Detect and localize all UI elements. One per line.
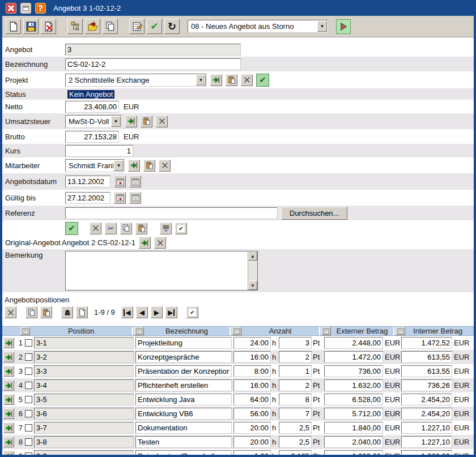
position-input[interactable] [34, 379, 134, 391]
position-input[interactable] [34, 450, 134, 457]
position-input[interactable] [34, 408, 134, 420]
external-amount-input[interactable] [324, 365, 383, 377]
gueltig-bis-input[interactable] [65, 192, 110, 204]
bezeichnung-input[interactable] [135, 365, 232, 377]
bezeichnung-input[interactable] [135, 436, 232, 448]
hours-input[interactable] [233, 379, 271, 391]
row-checkbox[interactable] [25, 396, 32, 403]
paste-icon[interactable] [141, 116, 152, 127]
kurs-input[interactable] [65, 145, 133, 157]
position-input[interactable] [34, 436, 134, 448]
bezeichnung-input[interactable] [135, 379, 232, 391]
bezeichnung-input[interactable] [135, 394, 232, 405]
internal-amount-input[interactable] [401, 422, 452, 434]
save-button[interactable] [23, 19, 39, 34]
bezeichnung-input[interactable] [65, 58, 241, 70]
cut-icon[interactable]: ✂ [105, 223, 117, 234]
angebot-input[interactable] [65, 44, 241, 55]
bemerkung-text[interactable] [66, 251, 248, 290]
clear-icon[interactable] [241, 74, 253, 86]
confirm-icon[interactable]: ✔ [147, 19, 162, 34]
projekt-dropdown[interactable]: 2 Schnittstelle Exchange ▼ [65, 74, 207, 87]
confirm-reference-button[interactable]: ✔ [65, 222, 78, 235]
delete-button[interactable] [41, 19, 56, 34]
goto-position-icon[interactable] [3, 408, 14, 419]
bemerkung-textarea[interactable]: ▲ ▼ [65, 251, 258, 291]
column-header-externer-betrag[interactable]: Externer Betrag [320, 327, 394, 335]
new-position-icon[interactable] [76, 306, 88, 318]
hierarchy-icon[interactable] [67, 19, 83, 34]
row-checkbox[interactable] [25, 438, 32, 446]
goto-project-icon[interactable] [210, 74, 222, 86]
persondays-input[interactable] [279, 450, 312, 457]
external-amount-input[interactable] [324, 379, 383, 391]
external-amount-input[interactable] [324, 436, 383, 448]
persondays-input[interactable] [279, 436, 312, 448]
bezeichnung-input[interactable] [135, 422, 232, 434]
chevron-down-icon[interactable]: ▼ [114, 160, 124, 171]
first-page-icon[interactable]: ◀ [121, 306, 133, 318]
position-input[interactable] [34, 337, 134, 349]
hours-input[interactable] [233, 351, 271, 363]
persondays-input[interactable] [279, 408, 312, 420]
paste-icon[interactable] [226, 74, 237, 86]
search-icon[interactable] [61, 306, 73, 318]
external-amount-input[interactable] [324, 450, 383, 457]
goto-position-icon[interactable] [3, 451, 14, 457]
position-input[interactable] [34, 365, 134, 377]
persondays-input[interactable] [279, 422, 312, 434]
goto-tax-icon[interactable] [125, 116, 137, 127]
previous-page-icon[interactable]: ◀ [136, 306, 148, 318]
scroll-down-icon[interactable]: ▼ [248, 281, 257, 290]
goto-position-icon[interactable] [3, 352, 14, 362]
row-checkbox[interactable] [25, 353, 32, 361]
internal-amount-input[interactable] [401, 351, 452, 363]
column-header-bezeichnung[interactable]: Bezeichnung [133, 327, 231, 335]
clear-icon[interactable] [154, 237, 166, 249]
position-input[interactable] [34, 351, 134, 363]
clear-icon[interactable] [159, 160, 171, 172]
hours-input[interactable] [233, 436, 271, 448]
goto-position-icon[interactable] [3, 380, 14, 391]
persondays-input[interactable] [279, 379, 312, 391]
row-checkbox[interactable] [25, 368, 32, 375]
close-icon[interactable] [6, 3, 16, 14]
bezeichnung-input[interactable] [135, 450, 232, 457]
umsatzsteuer-dropdown[interactable]: MwSt-D-Voll ▼ [65, 115, 122, 128]
goto-position-icon[interactable] [3, 338, 14, 348]
paste-icon[interactable] [40, 306, 52, 318]
checkbox-icon[interactable]: ✔ [175, 223, 187, 234]
bezeichnung-input[interactable] [135, 351, 232, 363]
external-amount-input[interactable] [324, 351, 383, 363]
row-checkbox[interactable] [25, 424, 32, 432]
external-amount-input[interactable] [324, 394, 383, 405]
column-menu-icon[interactable] [232, 327, 241, 335]
help-icon[interactable]: ? [35, 3, 46, 14]
paste-icon[interactable] [143, 160, 155, 172]
next-page-icon[interactable]: ▶ [151, 306, 163, 318]
external-amount-input[interactable] [324, 337, 383, 349]
row-checkbox[interactable] [25, 410, 32, 417]
row-checkbox[interactable] [25, 382, 32, 389]
persondays-input[interactable] [279, 365, 312, 377]
row-checkbox[interactable] [25, 339, 32, 347]
goto-employee-icon[interactable] [128, 160, 140, 172]
paste-icon[interactable] [135, 223, 147, 234]
internal-amount-input[interactable] [401, 365, 452, 377]
list-select-icon[interactable] [160, 223, 172, 234]
internal-amount-input[interactable] [401, 379, 452, 391]
select-all-checkbox-icon[interactable]: ✔ [186, 306, 198, 318]
hours-input[interactable] [233, 408, 271, 420]
calendar-today-icon[interactable] [114, 176, 126, 187]
browse-button[interactable]: Durchsuchen... [281, 207, 347, 220]
action-dropdown[interactable]: 08 - Neues Angebot aus Storno ▼ [188, 20, 328, 33]
row-checkbox[interactable] [25, 452, 32, 457]
position-input[interactable] [34, 394, 134, 405]
referenz-input[interactable] [65, 207, 278, 219]
run-action-button[interactable] [336, 19, 351, 34]
calendar-today-icon[interactable] [114, 192, 126, 204]
scrollbar-track[interactable] [248, 260, 257, 281]
refresh-icon[interactable]: ↻ [164, 19, 180, 34]
persondays-input[interactable] [279, 351, 312, 363]
column-menu-icon[interactable] [20, 327, 30, 335]
